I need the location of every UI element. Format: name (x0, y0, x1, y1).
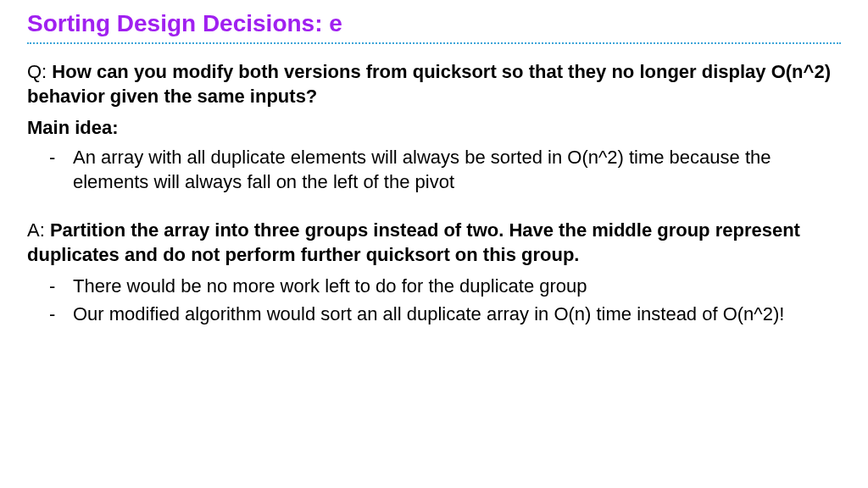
answer-list: There would be no more work left to do f… (27, 274, 841, 326)
answer-prefix: A: (27, 219, 50, 241)
list-item: There would be no more work left to do f… (73, 274, 841, 298)
question-text: How can you modify both versions from qu… (27, 61, 831, 107)
answer-line: A: Partition the array into three groups… (27, 218, 841, 267)
question-prefix: Q: (27, 61, 52, 82)
main-idea-label: Main idea: (27, 115, 841, 140)
list-item: An array with all duplicate elements wil… (73, 145, 841, 194)
slide-title: Sorting Design Decisions: e (27, 10, 841, 37)
list-item: Our modified algorithm would sort an all… (73, 302, 841, 326)
answer-text: Partition the array into three groups in… (27, 219, 800, 265)
main-idea-list: An array with all duplicate elements wil… (27, 145, 841, 194)
divider (27, 42, 841, 44)
question-line: Q: How can you modify both versions from… (27, 59, 841, 108)
